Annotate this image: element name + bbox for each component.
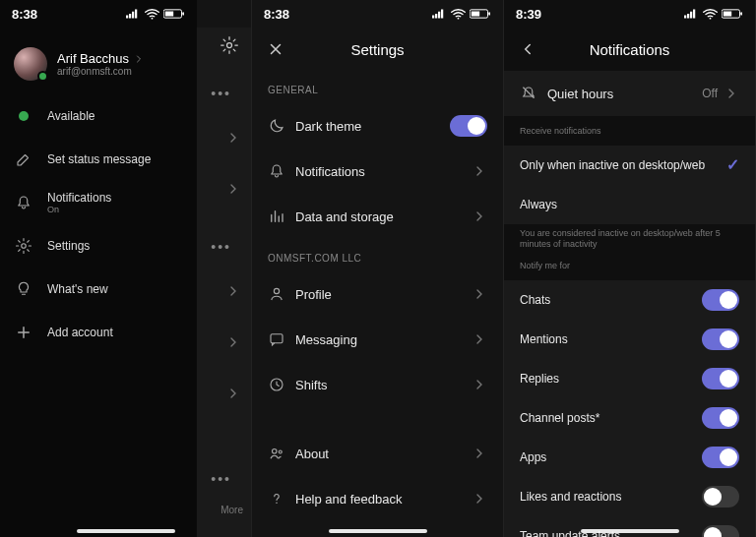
edit-icon <box>14 150 33 168</box>
more-icon[interactable]: ••• <box>211 225 241 255</box>
toggle-switch[interactable] <box>702 407 739 429</box>
toggle-switch[interactable] <box>702 486 739 507</box>
option-label: Always <box>520 198 739 211</box>
row-data-storage[interactable]: Data and storage <box>252 194 503 239</box>
sidebar-item-available[interactable]: Available <box>0 94 197 138</box>
section-header-notify: Notify me for <box>504 259 755 280</box>
option-always[interactable]: Always <box>504 185 755 224</box>
wifi-icon <box>451 9 466 20</box>
chevron-right-icon[interactable] <box>225 334 241 350</box>
person-icon <box>268 285 295 303</box>
avatar <box>14 47 47 81</box>
home-indicator[interactable] <box>329 529 427 533</box>
row-label: Notifications <box>295 164 472 179</box>
dark-theme-toggle[interactable] <box>450 115 487 137</box>
toggle-row-likes-and-reactions[interactable]: Likes and reactions <box>504 477 755 516</box>
row-about[interactable]: About <box>252 431 503 476</box>
gear-icon <box>14 237 33 255</box>
presence-badge <box>37 71 48 82</box>
quiet-hours-value: Off <box>702 87 718 100</box>
toggle-row-channel-posts-[interactable]: Channel posts* <box>504 398 755 438</box>
sidebar-item-status-message[interactable]: Set status message <box>0 138 197 181</box>
toggle-label: Channel posts* <box>520 411 702 425</box>
moon-icon <box>268 117 295 135</box>
toggle-label: Replies <box>520 372 702 386</box>
status-bar: 8:39 <box>504 0 755 28</box>
row-label: Shifts <box>295 378 472 392</box>
clock-text: 8:39 <box>516 7 541 22</box>
toggle-row-team-update-alerts[interactable]: Team update alerts <box>504 516 755 537</box>
row-shifts[interactable]: Shifts <box>252 362 503 407</box>
toggle-label: Mentions <box>520 332 702 346</box>
row-label: Messaging <box>295 332 472 347</box>
more-icon[interactable]: ••• <box>211 72 241 101</box>
gear-icon[interactable] <box>220 35 239 59</box>
toggle-switch[interactable] <box>702 289 739 311</box>
sidebar-item-whats-new[interactable]: What's new <box>0 268 197 311</box>
battery-icon <box>163 9 185 19</box>
row-help[interactable]: Help and feedback <box>252 476 503 521</box>
chevron-right-icon <box>472 209 487 224</box>
section-header-receive: Receive notifications <box>504 116 755 146</box>
chevron-right-icon[interactable] <box>225 386 241 401</box>
wifi-icon <box>703 9 718 20</box>
teams-icon <box>268 445 295 462</box>
more-label[interactable]: More <box>220 505 243 515</box>
home-indicator[interactable] <box>77 529 175 533</box>
status-available-icon <box>14 111 33 121</box>
row-messaging[interactable]: Messaging <box>252 317 503 362</box>
row-label: Dark theme <box>295 119 450 134</box>
sidebar-drawer: 8:38 Arif Bacchus arif@onmsft.com Availa… <box>0 0 197 537</box>
sidebar-item-settings[interactable]: Settings <box>0 224 197 268</box>
status-bar: 8:38 <box>0 0 197 28</box>
chevron-right-icon <box>472 446 487 461</box>
phone-notifications: 8:39 Notifications Quiet hours Off Recei… <box>504 0 756 537</box>
signal-icon <box>684 9 699 19</box>
toggle-row-chats[interactable]: Chats <box>504 280 755 320</box>
sidebar-item-label: Set status message <box>47 152 151 166</box>
section-header-org: ONMSFT.COM LLC <box>252 239 503 271</box>
toggle-label: Apps <box>520 450 702 464</box>
row-label: Quiet hours <box>547 87 702 101</box>
chevron-right-icon[interactable] <box>225 181 241 197</box>
row-notifications[interactable]: Notifications <box>252 149 503 194</box>
toggle-row-mentions[interactable]: Mentions <box>504 320 755 359</box>
chevron-right-icon <box>472 491 487 507</box>
row-dark-theme[interactable]: Dark theme <box>252 103 503 149</box>
clock-text: 8:38 <box>12 7 37 22</box>
chevron-right-icon <box>724 86 739 101</box>
toggle-row-apps[interactable]: Apps <box>504 438 755 477</box>
toggle-switch[interactable] <box>702 368 739 389</box>
toggle-switch[interactable] <box>702 447 739 468</box>
chevron-right-icon[interactable] <box>225 283 241 299</box>
sidebar-item-label: What's new <box>47 282 108 296</box>
clock-text: 8:38 <box>264 7 289 22</box>
sidebar-item-label: Settings <box>47 239 90 253</box>
row-profile[interactable]: Profile <box>252 271 503 317</box>
plus-icon <box>14 324 33 341</box>
quiet-hours-icon <box>520 85 547 102</box>
phone-sidebar: ••• ••• More ••• 8:38 Arif Bacchus arif@… <box>0 0 252 537</box>
background-content: ••• ••• More ••• <box>196 28 251 537</box>
toggle-switch[interactable] <box>702 525 739 537</box>
profile-header[interactable]: Arif Bacchus arif@onmsft.com <box>0 37 197 94</box>
close-button[interactable] <box>264 37 287 61</box>
page-title: Notifications <box>590 41 670 58</box>
more-icon[interactable]: ••• <box>211 457 241 487</box>
home-indicator[interactable] <box>581 529 679 533</box>
row-label: Data and storage <box>295 209 472 224</box>
help-icon <box>268 490 295 507</box>
chevron-right-icon <box>133 53 145 65</box>
header: Notifications <box>504 28 755 71</box>
toggle-switch[interactable] <box>702 328 739 350</box>
help-text: You are considered inactive on desktop/w… <box>504 224 755 259</box>
sidebar-item-add-account[interactable]: Add account <box>0 311 197 354</box>
row-quiet-hours[interactable]: Quiet hours Off <box>504 71 755 116</box>
battery-icon <box>722 9 743 19</box>
lightbulb-icon <box>14 280 33 298</box>
chevron-right-icon[interactable] <box>225 130 241 146</box>
option-inactive-only[interactable]: Only when inactive on desktop/web ✓ <box>504 146 755 185</box>
back-button[interactable] <box>516 37 539 61</box>
sidebar-item-notifications[interactable]: Notifications On <box>0 181 197 224</box>
toggle-row-replies[interactable]: Replies <box>504 359 755 398</box>
